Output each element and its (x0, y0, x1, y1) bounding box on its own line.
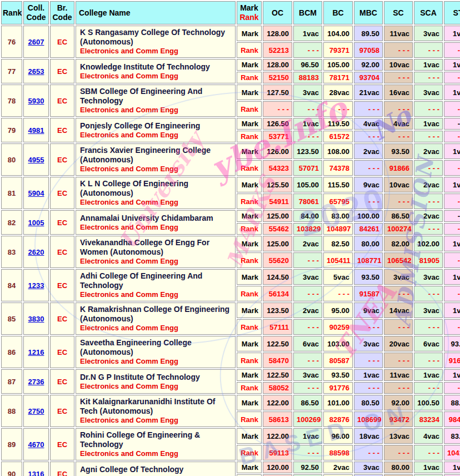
college-code-link[interactable]: 2653 (28, 67, 44, 76)
college-code-link[interactable]: 1233 (28, 281, 44, 290)
rank-value-bcm: - - - (293, 42, 322, 58)
rank-value-bcm: - - - (293, 445, 322, 460)
mark-row-label: Mark (237, 177, 262, 192)
rank-value-bc: 90259 (323, 319, 353, 335)
header-br-code: Br. Code (50, 1, 74, 24)
college-name-cell: Ponjesly College Of Engineering Electron… (76, 118, 236, 142)
mark-value-sc: 20vac (384, 336, 413, 351)
rank-value-sca: - - - (414, 353, 443, 368)
mark-value-oc: 128.00 (263, 26, 292, 41)
college-code-link[interactable]: 1216 (28, 348, 44, 356)
college-code-link[interactable]: 5904 (28, 189, 44, 197)
mark-value-sc: 80.00 (384, 462, 413, 473)
college-mark-row: 79 4981 EC Ponjesly College Of Engineeri… (1, 118, 460, 130)
college-code-link[interactable]: 1005 (28, 219, 44, 227)
college-code-cell: 2607 (23, 26, 49, 58)
header-rank: Rank (1, 1, 22, 24)
college-name: Knowledge Institute Of Technology (80, 62, 231, 72)
college-name-cell: Vivekanandha College Of Engg For Women (… (76, 236, 236, 268)
rank-value-bcm: - - - (293, 131, 322, 142)
college-name: Kit Kalaignarkarunanidhi Institute Of Te… (80, 397, 231, 416)
college-code-link[interactable]: 3830 (28, 315, 44, 323)
mark-value-sca: 3vac (414, 85, 443, 100)
rank-value-mbc: 97058 (354, 42, 383, 58)
mark-value-bc: 103.00 (323, 336, 353, 351)
college-code-link[interactable]: 4981 (28, 126, 44, 135)
rank-value-bc: 61572 (323, 131, 353, 142)
rank-value-bc: 88598 (323, 445, 353, 460)
college-code-link[interactable]: 2620 (28, 248, 44, 256)
college-name: Rohini College Of Engineering & Technolo… (80, 430, 231, 449)
mark-value-bcm: 1vac (293, 428, 322, 444)
mark-value-sc: 13vac (384, 428, 413, 444)
cutoff-rank-number: 83 (1, 236, 22, 268)
college-code-link[interactable]: 4955 (28, 156, 44, 164)
cutoff-rank-number: 84 (1, 269, 22, 301)
branch-name: Electronics and Comm Engg (80, 198, 231, 207)
college-name: K L N College Of Engineering (Autonomous… (80, 179, 231, 198)
mark-row-label: Mark (237, 59, 262, 71)
college-name-cell: Agni College Of Technology Electronics a… (76, 462, 236, 476)
rank-row-label: Rank (237, 252, 262, 268)
mark-value-sca: 102.00 (414, 236, 443, 251)
branch-name: Electronics and Comm Engg (80, 416, 231, 425)
mark-value-mbc: 2vac (354, 143, 383, 159)
college-code-link[interactable]: 5930 (28, 97, 44, 105)
branch-code: EC (50, 336, 74, 368)
rank-value-mbc: - - - (354, 160, 383, 176)
branch-code: EC (50, 369, 74, 394)
mark-value-oc: 128.00 (263, 59, 292, 71)
rank-value-sca: - - - (414, 72, 443, 83)
cutoff-rank-number: 90 (1, 462, 22, 476)
mark-row-label: Mark (237, 462, 262, 473)
college-name-cell: Kit Kalaignarkarunanidhi Institute Of Te… (76, 395, 236, 427)
rank-value-sc: 91866 (384, 160, 413, 176)
college-code-link[interactable]: 2736 (28, 378, 44, 386)
mark-value-bcm: 123.50 (293, 143, 322, 159)
mark-value-st: 1vac (444, 462, 460, 473)
rank-value-sc: 106542 (384, 252, 413, 268)
mark-value-sca: 1vac (414, 118, 443, 130)
college-code-link[interactable]: 2750 (28, 407, 44, 415)
college-name: Adhi College Of Engineering And Technolo… (80, 271, 231, 290)
college-code-cell: 5930 (23, 85, 49, 117)
mark-value-mbc: 92.00 (354, 59, 383, 71)
mark-row-label: Mark (237, 85, 262, 100)
mark-value-bcm: 2vac (293, 303, 322, 318)
mark-value-bcm: 86.50 (293, 395, 322, 410)
college-mark-row: 77 2653 EC Knowledge Institute Of Techno… (1, 59, 460, 71)
college-name-cell: Francis Xavier Engineering College (Auto… (76, 143, 236, 176)
mark-value-bc: 119.50 (323, 118, 353, 130)
mark-value-st: 83.50 (444, 428, 460, 444)
mark-value-st: 1vac (444, 143, 460, 159)
rank-value-oc: 58613 (263, 411, 292, 427)
college-name: Vivekanandha College Of Engg For Women (… (80, 238, 231, 257)
college-name-cell: K S Rangasamy College Of Technology (Aut… (76, 26, 236, 58)
mark-value-mbc: 9vac (354, 303, 383, 318)
college-code-link[interactable]: 1316 (28, 470, 44, 476)
college-code-link[interactable]: 4670 (28, 440, 44, 449)
mark-row-label: Mark (237, 143, 262, 159)
mark-value-sca: 6vac (414, 336, 443, 351)
college-name-cell: Dr.N G P Institute Of Technology Electro… (76, 369, 236, 394)
rank-value-sc: 100274 (384, 223, 413, 235)
branch-name: Electronics and Comm Engg (80, 474, 231, 476)
rank-value-st: 91648 (444, 353, 460, 368)
mark-value-bc: 105.00 (323, 59, 353, 71)
mark-value-sca: 1vac (414, 462, 443, 473)
mark-value-bc: 96.00 (323, 428, 353, 444)
cutoff-table-page: ybe.Info No University 2020 MARKS ADMISS… (0, 0, 460, 476)
cutoff-rank-number: 89 (1, 428, 22, 460)
branch-code: EC (50, 210, 74, 235)
college-mark-row: 89 4670 EC Rohini College Of Engineering… (1, 428, 460, 444)
rank-value-bcm: 78061 (293, 194, 322, 209)
rank-value-mbc: - - - (354, 445, 383, 460)
rank-value-bcm: - - - (293, 353, 322, 368)
cutoff-rank-number: 88 (1, 395, 22, 427)
mark-value-sca: 100.50 (414, 395, 443, 410)
mark-value-bc: 108.00 (323, 143, 353, 159)
mark-value-bcm: 6vac (293, 336, 322, 351)
mark-value-sca: 3vac (414, 303, 443, 318)
rank-value-bc: 91776 (323, 382, 353, 394)
college-code-link[interactable]: 2607 (28, 38, 44, 46)
